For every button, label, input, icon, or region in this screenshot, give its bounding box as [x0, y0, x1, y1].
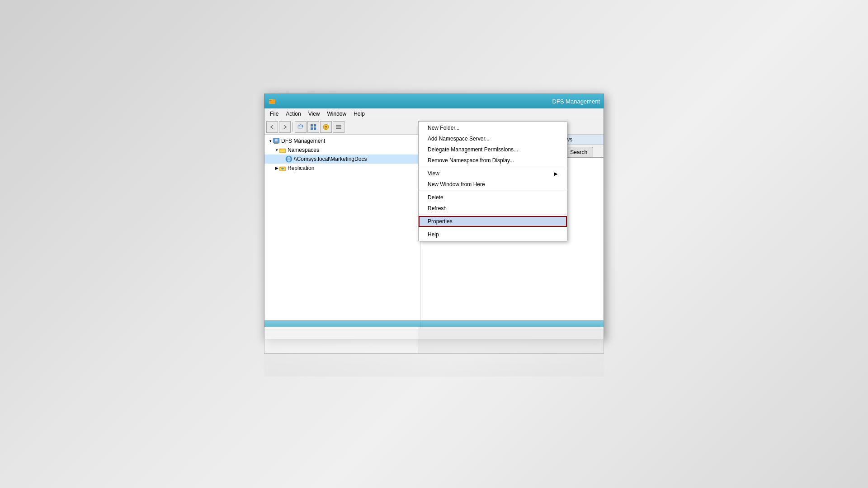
- svg-rect-10: [336, 127, 341, 127]
- toolbar-help[interactable]: ?: [320, 121, 332, 133]
- ctx-new-window[interactable]: New Window from Here: [419, 179, 567, 190]
- ctx-sep-4: [419, 228, 567, 228]
- expand-arrow-ns: ▾: [274, 148, 279, 152]
- svg-rect-4: [314, 124, 316, 127]
- title-bar-text: DFS Management: [280, 98, 600, 105]
- tree-item-replication[interactable]: ▶ Replication: [264, 164, 420, 173]
- tree-label-marketingdocs: \\Comsys.local\MarketingDocs: [294, 156, 367, 162]
- ctx-view-label: View: [428, 170, 439, 177]
- ctx-sep-1: [419, 167, 567, 167]
- svg-rect-11: [336, 128, 341, 129]
- bs-left: [264, 327, 418, 354]
- menu-help[interactable]: Help: [350, 110, 368, 118]
- svg-rect-5: [311, 127, 313, 130]
- namespaces-icon: [279, 146, 286, 154]
- svg-rect-16: [280, 150, 285, 152]
- expand-arrow-dfs: ▾: [268, 139, 273, 143]
- title-bar: DFS Management: [264, 94, 604, 108]
- ctx-help[interactable]: Help: [419, 229, 567, 240]
- ctx-properties[interactable]: Properties: [419, 216, 567, 227]
- tab-search[interactable]: Search: [564, 147, 593, 157]
- bs-inner: [264, 327, 604, 354]
- svg-rect-13: [274, 143, 278, 144]
- toolbar-view[interactable]: [307, 121, 319, 133]
- window-wrapper: DFS Management File Action View Window H…: [264, 94, 604, 376]
- menu-bar: File Action View Window Help: [264, 108, 604, 119]
- ctx-sep-3: [419, 215, 567, 215]
- expand-arrow-rep: ▶: [274, 166, 279, 170]
- title-bar-icon: [268, 97, 276, 105]
- tree-item-marketingdocs[interactable]: \\Comsys.local\MarketingDocs: [264, 155, 420, 164]
- svg-rect-9: [336, 125, 341, 126]
- dfs-management-icon: [273, 137, 280, 145]
- menu-view[interactable]: View: [305, 110, 324, 118]
- ctx-sep-2: [419, 191, 567, 191]
- svg-rect-14: [275, 139, 278, 141]
- svg-rect-2: [298, 126, 302, 128]
- bs-right: [418, 327, 604, 354]
- tree-label-replication: Replication: [288, 165, 314, 171]
- marketingdocs-icon: [285, 155, 292, 163]
- bs-titlebar: [264, 320, 604, 327]
- toolbar-back[interactable]: [266, 121, 278, 133]
- toolbar-forward[interactable]: [279, 121, 291, 133]
- svg-rect-6: [314, 127, 316, 130]
- context-menu: New Folder... Add Namespace Server... De…: [418, 121, 567, 241]
- ctx-delete[interactable]: Delete: [419, 192, 567, 203]
- menu-file[interactable]: File: [266, 110, 282, 118]
- ctx-new-folder[interactable]: New Folder...: [419, 122, 567, 133]
- tree-item-namespaces[interactable]: ▾ Namespaces: [264, 145, 420, 155]
- menu-action[interactable]: Action: [282, 110, 304, 118]
- tree-label-dfs: DFS Management: [281, 138, 325, 144]
- toolbar-refresh[interactable]: [295, 121, 307, 133]
- ctx-delegate-permissions[interactable]: Delegate Management Permissions...: [419, 144, 567, 155]
- svg-text:?: ?: [325, 125, 327, 130]
- toolbar-list[interactable]: [333, 121, 344, 133]
- svg-rect-3: [311, 124, 313, 127]
- ctx-view[interactable]: View ▶: [419, 168, 567, 179]
- dfs-management-window: DFS Management File Action View Window H…: [264, 94, 604, 339]
- toolbar-sep-1: [292, 122, 293, 131]
- tree-item-dfs-management[interactable]: ▾ DFS Management: [264, 136, 420, 145]
- ctx-refresh[interactable]: Refresh: [419, 203, 567, 214]
- tree-panel: ▾ DFS Management ▾: [264, 135, 420, 329]
- replication-icon: [279, 164, 286, 172]
- ctx-add-namespace-server[interactable]: Add Namespace Server...: [419, 133, 567, 144]
- ctx-remove-namespace[interactable]: Remove Namespace from Display...: [419, 155, 567, 166]
- menu-window[interactable]: Window: [324, 110, 350, 118]
- ctx-view-arrow: ▶: [554, 171, 558, 176]
- bottom-thumbnail: [264, 320, 604, 354]
- tree-label-namespaces: Namespaces: [288, 147, 319, 153]
